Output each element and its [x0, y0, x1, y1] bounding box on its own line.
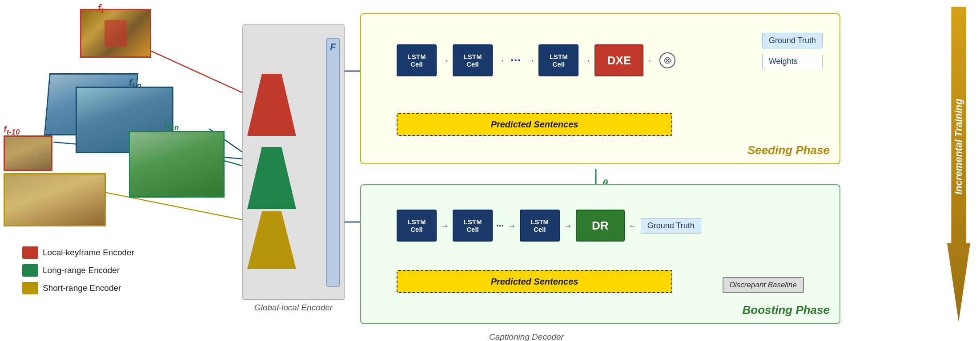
discrepant-baseline-box: Discrepant Baseline — [723, 277, 804, 293]
arrow-b1: → — [440, 221, 449, 231]
boosting-phase-box: LSTM Cell → LSTM Cell ··· → LSTM Cell → … — [360, 184, 840, 324]
legend: Local-keyframe Encoder Long-range Encode… — [22, 246, 134, 300]
lstm-cell-s1: LSTM Cell — [397, 44, 437, 76]
arrow-s4: → — [582, 56, 591, 66]
encoder-a — [247, 211, 296, 269]
frame-ftn-label: ft-n — [129, 78, 141, 90]
legend-item-long: Long-range Encoder — [22, 264, 134, 277]
lstm-cell-s2: LSTM Cell — [453, 44, 493, 76]
arrow-b4: → — [563, 221, 572, 231]
frame-ft-label: ft — [98, 2, 104, 16]
boosting-lstm-row: LSTM Cell → LSTM Cell ··· → LSTM Cell → … — [397, 210, 701, 242]
dxe-box: DXE — [594, 44, 643, 76]
seeding-lstm-row: LSTM Cell → LSTM Cell → ··· → LSTM Cell … — [397, 44, 675, 76]
f-label: F — [330, 41, 336, 53]
predicted-sentences-box-boosting: Predicted Sentences — [397, 270, 672, 293]
incremental-training-arrow: Incremental Training — [947, 7, 970, 322]
frame-ft — [80, 9, 151, 58]
boosting-phase-label: Boosting Phase — [743, 303, 830, 317]
dots-s: ··· — [509, 53, 522, 67]
ground-truth-box-boosting: Ground Truth — [641, 218, 701, 234]
weights-box: Weights — [762, 54, 823, 69]
discrepant-box: Discrepant Baseline — [723, 277, 804, 293]
seeding-phase-label: Seeding Phase — [747, 143, 830, 157]
legend-color-long — [22, 264, 38, 277]
lstm-cell-b3: LSTM Cell — [520, 210, 560, 242]
captioning-decoder-label: Captioning Decoder — [489, 332, 564, 341]
frame-ft10-label: ft-10 — [4, 124, 20, 137]
encoder-w — [247, 147, 296, 209]
frame-ftpn-label: ft+n — [165, 120, 179, 132]
arrow-s3: → — [526, 56, 535, 66]
legend-label-long: Long-range Encoder — [43, 266, 120, 275]
arrow-s1: → — [440, 56, 449, 66]
arrow-s5: ← — [647, 56, 656, 66]
arrow-b2: ··· — [496, 221, 504, 231]
global-local-encoder-label: Global-local Encoder — [254, 303, 333, 313]
predicted-sentences-box-seeding: Predicted Sentences — [397, 113, 672, 136]
seeding-phase-box: LSTM Cell → LSTM Cell → ··· → LSTM Cell … — [360, 13, 840, 164]
lstm-cell-b2: LSTM Cell — [453, 210, 493, 242]
frame-ftp10 — [4, 173, 106, 226]
f-bar: F — [326, 38, 340, 287]
incremental-training-label: Incremental Training — [952, 99, 965, 194]
frame-ftpn — [129, 131, 225, 198]
arrow-s2: → — [496, 56, 505, 66]
legend-color-short — [22, 282, 38, 294]
multiply-circle: ⊗ — [659, 52, 675, 68]
arrow-b5: ← — [628, 221, 637, 231]
legend-item-local: Local-keyframe Encoder — [22, 246, 134, 259]
frame-ft10 — [4, 135, 52, 171]
arrow-b3: → — [507, 221, 516, 231]
lstm-cell-s3: LSTM Cell — [538, 44, 578, 76]
incremental-training-container: Incremental Training — [944, 7, 974, 333]
ground-truth-seeding: Ground Truth Weights — [762, 33, 823, 69]
encoder-c — [247, 74, 296, 136]
encoder-section: F Global-local Encoder — [242, 24, 345, 300]
legend-item-short: Short-range Encoder — [22, 282, 134, 294]
main-container: C W A θ — [0, 0, 980, 341]
predicted-sentences-seeding: Predicted Sentences — [397, 113, 672, 136]
lstm-cell-b1: LSTM Cell — [397, 210, 437, 242]
legend-label-local: Local-keyframe Encoder — [43, 248, 134, 258]
legend-color-local — [22, 246, 38, 259]
legend-label-short: Short-range Encoder — [43, 283, 121, 293]
dr-box: DR — [576, 210, 625, 242]
predicted-sentences-boosting: Predicted Sentences — [397, 270, 672, 293]
ground-truth-box-seeding: Ground Truth — [762, 33, 823, 48]
